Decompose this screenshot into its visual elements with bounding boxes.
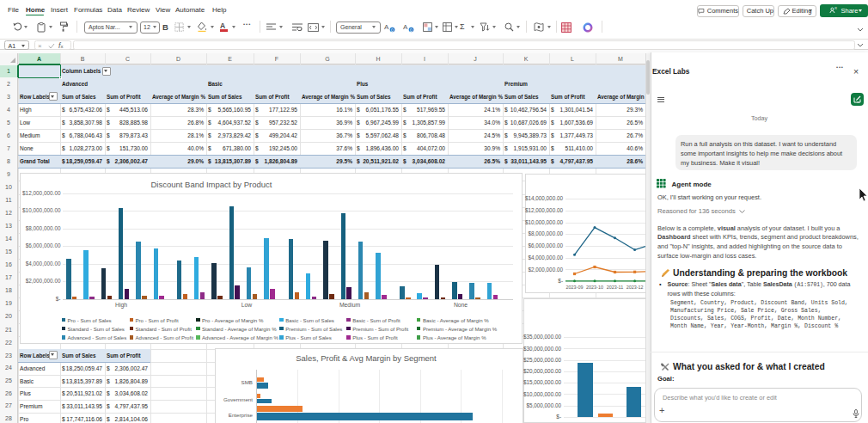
- svg-text:A: A: [403, 23, 408, 31]
- svg-text:0: 0: [391, 27, 394, 32]
- svg-text:R: R: [835, 8, 838, 11]
- svg-text:A: A: [384, 23, 389, 31]
- svg-text:0: 0: [410, 27, 413, 32]
